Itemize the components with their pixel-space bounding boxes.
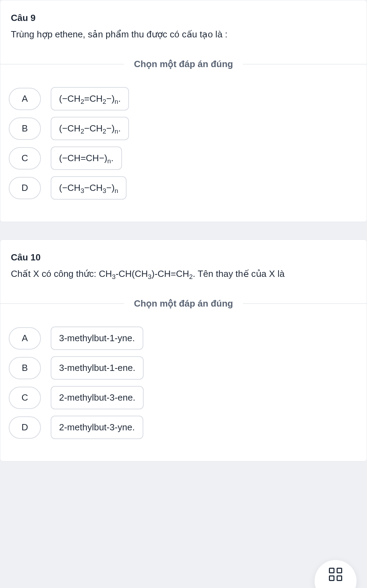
option-letter-c[interactable]: C [9,387,41,409]
formula-sub: 3 [103,187,106,194]
formula-segment: −CH [84,123,103,134]
formula-sub: n [115,128,118,135]
option-content-b[interactable]: 3-methylbut-1-ene. [51,356,144,380]
formula-segment: (−CH [59,123,80,134]
option-letter-c[interactable]: C [9,147,41,170]
formula-segment: −CH [84,182,103,193]
formula-sub: 2 [80,98,84,105]
option-row: A (−CH2=CH2−)n. [9,87,358,110]
divider-line-left [0,303,124,304]
divider-text: Chọn một đáp án đúng [124,298,243,309]
option-row: B 3-methylbut-1-ene. [9,356,358,380]
option-content-a[interactable]: 3-methylbut-1-yne. [51,327,143,350]
divider: Chọn một đáp án đúng [0,59,367,70]
option-content-a[interactable]: (−CH2=CH2−)n. [51,87,129,110]
formula-segment: (−CH [59,93,80,104]
option-letter-d[interactable]: D [9,416,41,439]
divider-text: Chọn một đáp án đúng [124,59,243,70]
formula-segment: (−CH=CH−) [59,153,107,163]
formula-segment: =CH [84,93,103,104]
option-letter-d[interactable]: D [9,177,41,199]
formula-segment: (−CH [59,182,80,193]
question-header: Câu 9 Trùng hợp ethene, sản phẩm thu đượ… [0,13,367,41]
question-title: Câu 9 [11,13,356,23]
formula-sub: 2 [103,128,106,135]
question-text: Trùng hợp ethene, sản phẩm thu được có c… [11,28,356,41]
option-letter-b[interactable]: B [9,117,41,140]
question-title: Câu 10 [11,252,356,263]
option-letter-b[interactable]: B [9,357,41,379]
question-card-9: Câu 9 Trùng hợp ethene, sản phẩm thu đượ… [0,0,367,222]
formula-sub: 2 [80,128,84,135]
divider-line-right [243,64,367,64]
formula-sub: 2 [103,98,106,105]
question-text: Chất X có công thức: CH3-CH(CH3)-CH=CH2.… [11,267,356,281]
formula-sub: n [115,187,118,194]
options-list: A (−CH2=CH2−)n. B (−CH2−CH2−)n. C (−CH=C… [0,87,367,200]
formula-segment: . [111,153,113,163]
option-letter-a[interactable]: A [9,88,41,110]
options-list: A 3-methylbut-1-yne. B 3-methylbut-1-ene… [0,327,367,439]
text-sub: 2 [189,273,193,280]
option-content-b[interactable]: (−CH2−CH2−)n. [51,117,129,140]
text-segment: )-CH=CH [151,268,189,279]
text-segment: -CH(CH [116,268,148,279]
option-row: D 2-methylbut-3-yne. [9,416,358,439]
divider: Chọn một đáp án đúng [0,298,367,309]
question-header: Câu 10 Chất X có công thức: CH3-CH(CH3)-… [0,252,367,281]
formula-sub: n [107,157,111,165]
option-row: C (−CH=CH−)n. [9,146,358,170]
formula-sub: n [115,98,118,105]
divider-line-left [0,64,124,64]
text-segment: . Tên thay thế của X là [193,268,285,279]
option-content-c[interactable]: (−CH=CH−)n. [51,146,122,170]
text-sub: 3 [148,273,151,280]
formula-segment: . [118,93,121,104]
formula-segment: −) [106,123,115,134]
option-row: C 2-methylbut-3-ene. [9,386,358,409]
formula-segment: −) [106,93,115,104]
option-row: A 3-methylbut-1-yne. [9,327,358,350]
question-card-10: Câu 10 Chất X có công thức: CH3-CH(CH3)-… [0,239,367,461]
option-content-d[interactable]: 2-methylbut-3-yne. [51,416,143,439]
formula-segment: . [118,123,121,134]
option-row: D (−CH3−CH3−)n [9,176,358,200]
formula-sub: 3 [80,187,84,194]
option-content-d[interactable]: (−CH3−CH3−)n [51,176,127,200]
text-segment: Chất X có công thức: CH [11,268,112,279]
text-sub: 3 [112,273,115,280]
option-content-c[interactable]: 2-methylbut-3-ene. [51,386,144,409]
divider-line-right [243,303,367,304]
option-row: B (−CH2−CH2−)n. [9,117,358,140]
option-letter-a[interactable]: A [9,327,41,350]
formula-segment: −) [106,182,115,193]
